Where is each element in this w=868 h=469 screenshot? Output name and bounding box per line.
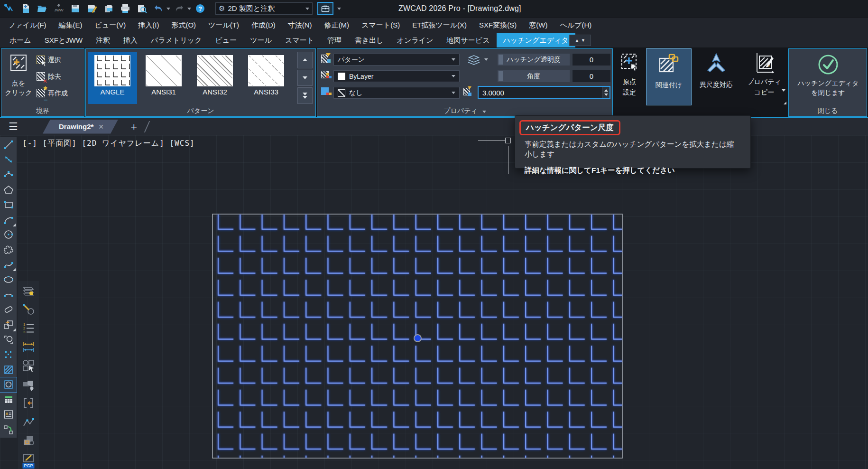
ribbon-collapse-button[interactable]: ▲ ▼ xyxy=(569,35,591,46)
hatch-tool-icon[interactable] xyxy=(0,362,17,377)
make-block-icon[interactable] xyxy=(0,332,17,347)
menu-window[interactable]: 窓(W) xyxy=(523,18,554,33)
menu-smart[interactable]: スマート(S) xyxy=(355,18,406,33)
print-preview-icon[interactable] xyxy=(134,2,149,15)
undo-dropdown-caret[interactable] xyxy=(166,8,170,10)
associative-button[interactable]: 関連付け xyxy=(646,48,692,105)
help-icon[interactable]: ? xyxy=(193,2,208,15)
pattern-swatch-ansi32[interactable]: ANSI32 xyxy=(190,52,240,104)
boundary-recreate-button[interactable]: ✱ ≣ 再作成 xyxy=(37,88,84,99)
menu-sxf[interactable]: SXF変換(S) xyxy=(473,18,523,33)
hamburger-menu-icon[interactable]: ☰ xyxy=(9,121,25,133)
transparency-label[interactable]: ハッチング透明度 xyxy=(498,54,570,66)
arc-3point-icon[interactable] xyxy=(0,167,17,182)
jww-import-icon[interactable]: JWW xyxy=(51,2,66,15)
menu-tools[interactable]: ツール(T) xyxy=(202,18,245,33)
pick-points-button[interactable]: 点を クリック xyxy=(3,50,34,106)
pgp-edit-icon[interactable]: PGP xyxy=(18,450,39,469)
oblong-icon[interactable] xyxy=(0,302,17,318)
dimension-arrows-icon[interactable] xyxy=(18,338,39,356)
mtext-icon[interactable]: A xyxy=(0,407,17,422)
menu-help[interactable]: ヘルプ(H) xyxy=(554,18,598,33)
ellipse-icon[interactable] xyxy=(0,272,17,287)
ribbon-tab-annotate[interactable]: 注釈 xyxy=(89,33,117,47)
drawing-canvas[interactable]: [-] [平面図] [2D ワイヤフレーム] [WCS] xyxy=(0,135,868,469)
multiple-points-icon[interactable] xyxy=(0,347,17,362)
tab-close-icon[interactable]: ✕ xyxy=(98,123,104,131)
pattern-swatch-ansi31[interactable]: ANSI31 xyxy=(139,52,188,104)
line-icon[interactable] xyxy=(0,137,17,152)
match-properties-button[interactable]: プロパティ コピー xyxy=(741,48,787,105)
ribbon-tab-sxf-jww[interactable]: SXFとJWW xyxy=(38,33,89,47)
hatch-color-dropdown[interactable]: ByLayer xyxy=(333,70,460,82)
redo-dropdown-caret[interactable] xyxy=(187,8,191,10)
ray-icon[interactable] xyxy=(0,152,17,168)
overlap-windows-icon[interactable] xyxy=(18,431,39,450)
layers-lightbulb-icon[interactable] xyxy=(18,281,39,300)
ribbon-tab-map[interactable]: 地図サービス xyxy=(440,33,496,47)
layer-icon[interactable] xyxy=(467,55,482,67)
undo-icon[interactable] xyxy=(151,2,166,15)
arc-icon[interactable] xyxy=(0,212,17,227)
menu-dimension[interactable]: 寸法(N) xyxy=(282,18,318,33)
menu-insert[interactable]: 挿入(I) xyxy=(132,18,165,33)
ribbon-tab-view[interactable]: ビュー xyxy=(209,33,244,47)
menu-edit[interactable]: 編集(E) xyxy=(53,18,89,33)
rectangle-icon[interactable] xyxy=(0,197,17,212)
toolbox-button[interactable] xyxy=(317,2,333,15)
region-tool-icon[interactable] xyxy=(0,377,17,393)
ribbon-tab-smart[interactable]: スマート xyxy=(278,33,321,47)
hatch-type-dropdown[interactable]: パターン xyxy=(333,54,460,66)
menu-format[interactable]: 形式(O) xyxy=(165,18,202,33)
menu-et-tools[interactable]: ET拡張ツール(X) xyxy=(406,18,473,33)
save-as-icon[interactable] xyxy=(84,2,100,15)
print-icon[interactable] xyxy=(118,2,133,15)
match-properties-caret-icon[interactable] xyxy=(782,89,785,92)
table-icon[interactable] xyxy=(0,392,17,407)
scale-spinner[interactable] xyxy=(602,87,609,98)
pattern-swatch-angle[interactable]: ANGLE xyxy=(88,52,137,104)
workspace-select[interactable]: ⚙ 2D 製図と注釈 xyxy=(215,2,313,15)
numbered-list-icon[interactable]: 123 xyxy=(18,319,39,338)
menu-draw[interactable]: 作成(D) xyxy=(245,18,282,33)
ribbon-tab-manage[interactable]: 管理 xyxy=(321,33,348,47)
ribbon-tab-insert[interactable]: 挿入 xyxy=(117,33,144,47)
angle-label[interactable]: 角度 xyxy=(498,70,570,82)
panel-label-properties[interactable]: プロパティ xyxy=(317,107,612,115)
gallery-expand-button[interactable] xyxy=(297,87,313,104)
annotative-button[interactable]: 異尺度対応 xyxy=(693,48,740,105)
ribbon-tab-online[interactable]: オンライン xyxy=(390,33,440,47)
polyline-vertex-icon[interactable] xyxy=(18,413,39,431)
redo-icon[interactable] xyxy=(172,2,187,15)
copy-icon[interactable] xyxy=(101,2,116,15)
squares-arrow-icon[interactable] xyxy=(0,422,17,437)
toolbox-caret-icon[interactable] xyxy=(337,8,341,10)
ribbon-tab-tools[interactable]: ツール xyxy=(243,33,278,47)
menu-view[interactable]: ビュー(V) xyxy=(89,18,132,33)
ribbon-tab-parametric[interactable]: パラメトリック xyxy=(144,33,208,47)
pattern-swatch-ansi33[interactable]: ANSI33 xyxy=(241,52,291,104)
boundary-remove-button[interactable]: ✕ 除去 xyxy=(37,71,84,83)
menu-modify[interactable]: 修正(M) xyxy=(318,18,356,33)
spline-icon[interactable] xyxy=(0,257,17,272)
ribbon-tab-export[interactable]: 書き出し xyxy=(348,33,390,47)
new-file-icon[interactable] xyxy=(18,2,33,15)
pencil-circle-icon[interactable] xyxy=(18,300,39,319)
gallery-down-button[interactable] xyxy=(297,70,313,86)
hatch-grip-point[interactable] xyxy=(414,334,422,342)
polygon-icon[interactable] xyxy=(0,182,17,197)
circle-icon[interactable] xyxy=(0,227,17,243)
background-color-dropdown[interactable]: なし xyxy=(333,87,460,99)
bracket-arrow-icon[interactable] xyxy=(18,394,39,413)
elliptical-arc-icon[interactable] xyxy=(0,287,17,302)
origin-button[interactable]: 原点 設定 xyxy=(614,48,645,105)
revision-cloud-icon[interactable] xyxy=(0,242,17,257)
transparency-value[interactable]: 0 xyxy=(573,54,610,66)
menu-file[interactable]: ファイル(F) xyxy=(2,18,53,33)
layer-caret-icon[interactable] xyxy=(484,58,488,61)
viewport-controls[interactable]: [-] [平面図] [2D ワイヤフレーム] [WCS] xyxy=(22,139,195,149)
document-tab-drawing2[interactable]: Drawing2* ✕ xyxy=(43,120,118,134)
close-hatch-editor-button[interactable]: ハッチングエディタ を閉じます xyxy=(789,50,868,106)
boundary-select-button[interactable]: 選択 xyxy=(37,55,84,66)
open-folder-icon[interactable] xyxy=(35,2,50,15)
